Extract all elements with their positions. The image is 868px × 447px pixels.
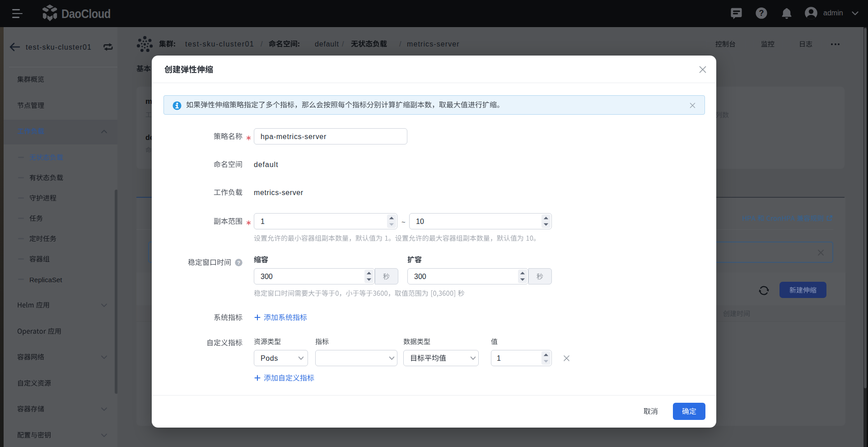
svg-text:?: ? bbox=[759, 9, 764, 18]
svg-text:?: ? bbox=[237, 260, 240, 265]
